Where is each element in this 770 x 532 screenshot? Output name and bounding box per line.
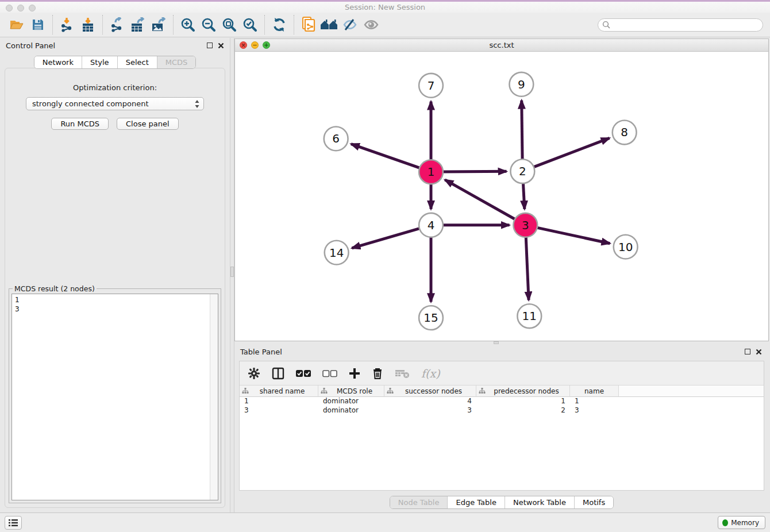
graph-node-11[interactable]: 11: [517, 304, 541, 328]
table-cell[interactable]: 3: [570, 406, 619, 415]
zoom-out-icon[interactable]: [198, 14, 219, 35]
memory-status-icon: [722, 519, 728, 526]
optimization-criterion-select[interactable]: strongly connected component: [26, 97, 204, 110]
minimize-window-icon[interactable]: [17, 5, 24, 11]
table-cell[interactable]: 3: [384, 406, 476, 415]
network-maximize-icon[interactable]: +: [263, 41, 270, 49]
first-neighbors-icon[interactable]: [319, 14, 340, 35]
table-cell[interactable]: 1: [240, 397, 318, 406]
close-panel-button[interactable]: Close panel: [117, 118, 179, 130]
graph-edge-3-11[interactable]: [526, 236, 529, 300]
tab-node-table[interactable]: Node Table: [390, 496, 448, 508]
save-session-icon[interactable]: [28, 14, 48, 35]
search-input[interactable]: [610, 21, 759, 29]
tab-mcds[interactable]: MCDS: [157, 56, 196, 68]
graph-edge-4-14[interactable]: [352, 228, 420, 248]
tree-icon: [242, 388, 249, 394]
graph-edge-1-2[interactable]: [442, 171, 507, 172]
tab-motifs[interactable]: Motifs: [574, 496, 613, 508]
graph-node-10[interactable]: 10: [614, 235, 638, 259]
float-panel-icon[interactable]: [745, 349, 750, 354]
table-cell[interactable]: 4: [384, 397, 476, 406]
network-window: × − + scc.txt 7968124314101511: [234, 38, 769, 341]
import-table-icon[interactable]: [78, 14, 98, 35]
column-panel-icon[interactable]: [272, 365, 284, 381]
splitter-grip[interactable]: [494, 341, 499, 344]
network-minimize-icon[interactable]: −: [251, 41, 259, 49]
delete-column-icon[interactable]: [372, 365, 383, 381]
table-cell[interactable]: dominator: [318, 397, 384, 406]
zoom-fit-icon[interactable]: [219, 14, 240, 35]
network-close-icon[interactable]: ×: [240, 41, 247, 49]
close-panel-icon[interactable]: [756, 349, 762, 355]
column-header-MCDS-role[interactable]: MCDS role: [318, 385, 384, 397]
select-all-icon[interactable]: [296, 365, 311, 381]
table-toolbar: f(x): [240, 361, 764, 385]
zoom-selected-icon[interactable]: [240, 14, 260, 35]
graph-edge-2-8[interactable]: [533, 138, 610, 167]
add-column-icon[interactable]: [349, 365, 360, 381]
graph-node-8[interactable]: 8: [613, 121, 637, 145]
splitter-grip[interactable]: [230, 267, 234, 277]
run-mcds-button[interactable]: Run MCDS: [51, 118, 109, 130]
open-file-icon[interactable]: [7, 14, 28, 35]
tab-edge-table[interactable]: Edge Table: [447, 496, 504, 508]
table-cell[interactable]: 1: [570, 397, 619, 406]
graph-node-1[interactable]: 1: [419, 160, 443, 184]
table-settings-icon[interactable]: [248, 365, 260, 381]
graph-edge-3-10[interactable]: [536, 228, 610, 244]
zoom-window-icon[interactable]: [29, 5, 36, 11]
table-cell[interactable]: 2: [476, 406, 570, 415]
table-cell[interactable]: 3: [240, 406, 318, 415]
graph-node-9[interactable]: 9: [509, 72, 533, 97]
table-cell[interactable]: 1: [476, 397, 570, 406]
toolbar-separator: [173, 15, 174, 34]
hide-selected-icon[interactable]: [340, 14, 360, 35]
select-stepper-icon: [194, 99, 200, 109]
column-header-name[interactable]: name: [570, 385, 619, 397]
graph-edge-2-3[interactable]: [523, 182, 524, 209]
export-table-icon[interactable]: [128, 14, 148, 35]
mcds-result-area[interactable]: 1 3: [11, 294, 218, 500]
graph-edge-3-1[interactable]: [445, 180, 516, 220]
tab-network[interactable]: Network: [34, 56, 82, 68]
tab-style[interactable]: Style: [82, 56, 117, 68]
graph-node-15[interactable]: 15: [419, 306, 443, 330]
float-panel-icon[interactable]: [207, 43, 213, 48]
graph-node-4[interactable]: 4: [419, 213, 443, 237]
table-row[interactable]: 3dominator323: [240, 406, 764, 415]
close-panel-icon[interactable]: [218, 43, 224, 49]
tab-select[interactable]: Select: [117, 56, 157, 68]
deselect-all-icon[interactable]: [322, 365, 337, 381]
result-scrollbar[interactable]: [210, 294, 218, 500]
graph-node-6[interactable]: 6: [324, 126, 348, 151]
zoom-in-icon[interactable]: [178, 14, 198, 35]
graph-node-7[interactable]: 7: [419, 74, 443, 98]
panel-splitter[interactable]: [230, 38, 234, 512]
memory-button[interactable]: Memory: [718, 516, 765, 529]
column-header-shared-name[interactable]: shared name: [240, 385, 318, 397]
import-network-icon[interactable]: [57, 14, 78, 35]
graph-edge-2-9[interactable]: [522, 101, 522, 161]
table-row[interactable]: 1dominator411: [240, 397, 764, 406]
export-network-icon[interactable]: [107, 14, 128, 35]
graph-node-14[interactable]: 14: [325, 241, 349, 265]
graph-node-2[interactable]: 2: [510, 159, 534, 183]
close-window-icon[interactable]: [6, 5, 13, 11]
copy-network-icon[interactable]: [298, 14, 319, 35]
column-header-predecessor-nodes[interactable]: predecessor nodes: [476, 385, 570, 397]
svg-text:11: 11: [522, 310, 537, 323]
network-canvas[interactable]: 7968124314101511: [235, 52, 768, 341]
column-header-successor-nodes[interactable]: successor nodes: [384, 385, 476, 397]
search-icon: [602, 21, 610, 29]
tab-network-table[interactable]: Network Table: [505, 496, 574, 508]
svg-text:10: 10: [618, 241, 633, 254]
app-title: Session: New Session: [0, 2, 770, 13]
refresh-icon[interactable]: [269, 14, 290, 35]
graph-node-3[interactable]: 3: [513, 213, 537, 237]
task-history-button[interactable]: [5, 516, 22, 530]
export-image-icon[interactable]: [148, 14, 169, 35]
table-cell[interactable]: dominator: [318, 406, 384, 415]
graph-edge-1-6[interactable]: [351, 144, 421, 168]
search-field[interactable]: [598, 18, 763, 32]
